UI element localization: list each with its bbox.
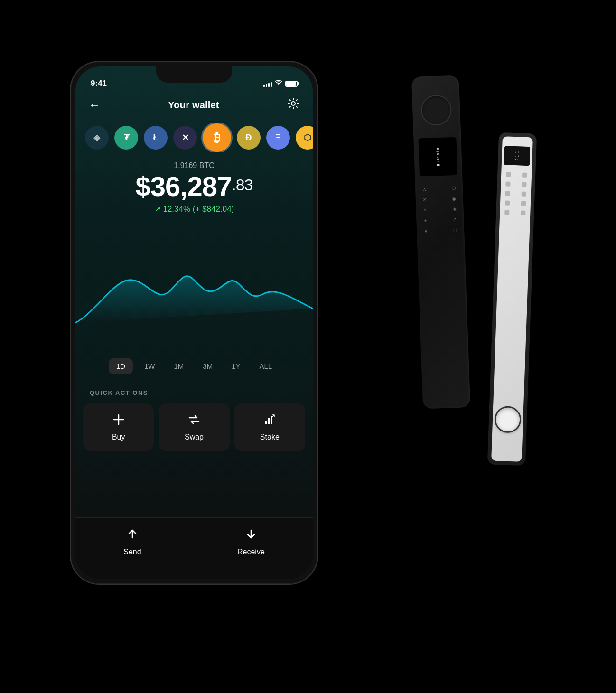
ledger-screen-1: Bitcoin xyxy=(418,137,457,177)
send-button[interactable]: Send xyxy=(123,527,141,556)
status-time: 9:41 xyxy=(91,79,107,88)
battery-icon xyxy=(285,81,298,87)
quick-actions-label: QUICK ACTIONS xyxy=(90,389,148,396)
signal-icon xyxy=(263,80,272,87)
svg-rect-5 xyxy=(271,416,272,424)
ledger-screen-1-text: Bitcoin xyxy=(436,147,440,166)
balance-dollar-cents: .83 xyxy=(232,177,252,193)
time-btn-all[interactable]: ALL xyxy=(252,358,280,374)
receive-icon xyxy=(244,527,258,544)
receive-button[interactable]: Receive xyxy=(237,527,265,556)
send-icon xyxy=(126,527,139,544)
scene: 9:41 xyxy=(47,38,569,655)
stake-icon xyxy=(263,413,276,428)
time-btn-1d[interactable]: 1D xyxy=(109,358,133,374)
bottom-bar: Send Receive xyxy=(75,517,313,579)
stake-label: Stake xyxy=(260,433,280,441)
swap-button[interactable]: Swap xyxy=(159,403,229,451)
ledger-device-2: Ξ B ✕ Ð ≡ ⬡ xyxy=(487,132,537,466)
svg-rect-4 xyxy=(268,418,270,424)
status-icons xyxy=(263,80,298,87)
buy-label: Buy xyxy=(112,433,125,441)
time-btn-1y[interactable]: 1Y xyxy=(224,358,248,374)
coin-item-unknown[interactable]: ◈ xyxy=(85,126,109,150)
balance-dollar-main: $36,287 xyxy=(136,171,232,202)
buy-icon xyxy=(112,413,125,428)
time-btn-1m[interactable]: 1M xyxy=(166,358,191,374)
quick-actions: Buy Swap xyxy=(83,403,305,451)
coin-item-doge[interactable]: Ð xyxy=(237,126,261,150)
time-btn-1w[interactable]: 1W xyxy=(137,358,163,374)
back-button[interactable]: ← xyxy=(89,98,100,112)
receive-label: Receive xyxy=(237,548,265,556)
svg-rect-3 xyxy=(265,421,267,424)
time-btn-3m[interactable]: 3M xyxy=(195,358,220,374)
coin-item-xrp[interactable]: ✕ xyxy=(173,126,197,150)
balance-coin-amount: 1.9169 BTC xyxy=(85,161,303,170)
ledger-device-1: Bitcoin ∧ ⬡ ✕ ◉ ≡ ◈ + ↗ ∨ ◻ xyxy=(411,75,470,409)
coin-item-tether[interactable]: ₮ xyxy=(114,126,138,150)
coin-item-bnb[interactable]: ⬡ xyxy=(296,126,313,150)
svg-point-0 xyxy=(291,102,295,105)
page-title: Your wallet xyxy=(168,100,219,111)
send-label: Send xyxy=(123,548,141,556)
app-header: ← Your wallet xyxy=(75,97,313,112)
swap-icon xyxy=(187,413,201,428)
ledger-device-2-body: Ξ B ✕ Ð ≡ ⬡ xyxy=(491,136,533,462)
svg-text:✕ Ð: ✕ Ð xyxy=(515,155,519,157)
settings-button[interactable] xyxy=(287,97,299,112)
phone-notch xyxy=(156,66,232,83)
wifi-icon xyxy=(275,80,282,87)
svg-text:≡ ⬡: ≡ ⬡ xyxy=(515,159,519,161)
price-chart xyxy=(75,237,313,351)
ledger-buttons-1: ∧ ⬡ ✕ ◉ ≡ ◈ + ↗ ∨ ◻ xyxy=(419,185,461,234)
coin-item-litecoin[interactable]: Ł xyxy=(144,126,168,150)
phone-screen: 9:41 xyxy=(75,66,313,579)
balance-section: 1.9169 BTC $36,287.83 ↗ 12.34% (+ $842.0… xyxy=(75,161,313,214)
balance-change: ↗ 12.34% (+ $842.04) xyxy=(85,204,303,214)
stake-button[interactable]: Stake xyxy=(234,403,305,451)
swap-label: Swap xyxy=(185,433,204,441)
ledger-buttons-2 xyxy=(504,172,528,215)
time-selector: 1D 1W 1M 3M 1Y ALL xyxy=(75,358,313,374)
ledger-screen-2: Ξ B ✕ Ð ≡ ⬡ xyxy=(504,146,530,166)
buy-button[interactable]: Buy xyxy=(83,403,154,451)
phone: 9:41 xyxy=(71,62,317,584)
svg-text:Ξ B: Ξ B xyxy=(515,150,519,153)
coin-selector: ◈ ₮ Ł ✕ ₿ Ð Ξ xyxy=(75,123,313,152)
balance-dollar: $36,287.83 xyxy=(85,173,303,200)
coin-item-bitcoin[interactable]: ₿ xyxy=(203,123,231,152)
coin-item-eth[interactable]: Ξ xyxy=(266,126,290,150)
